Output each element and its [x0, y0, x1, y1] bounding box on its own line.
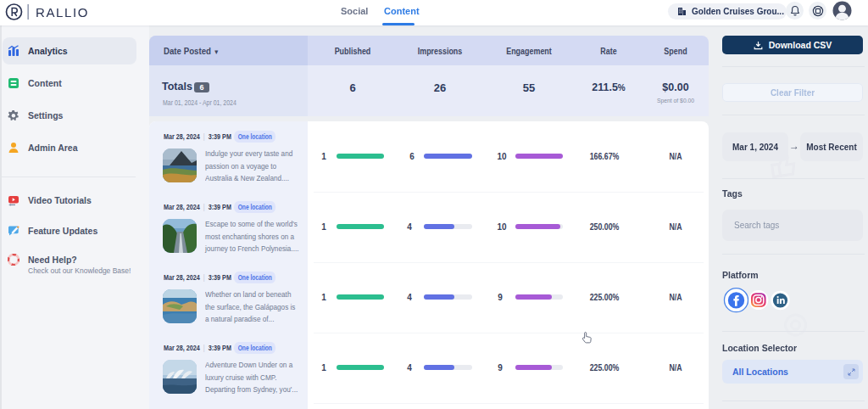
svg-text:RALLIO: RALLIO: [36, 5, 89, 20]
